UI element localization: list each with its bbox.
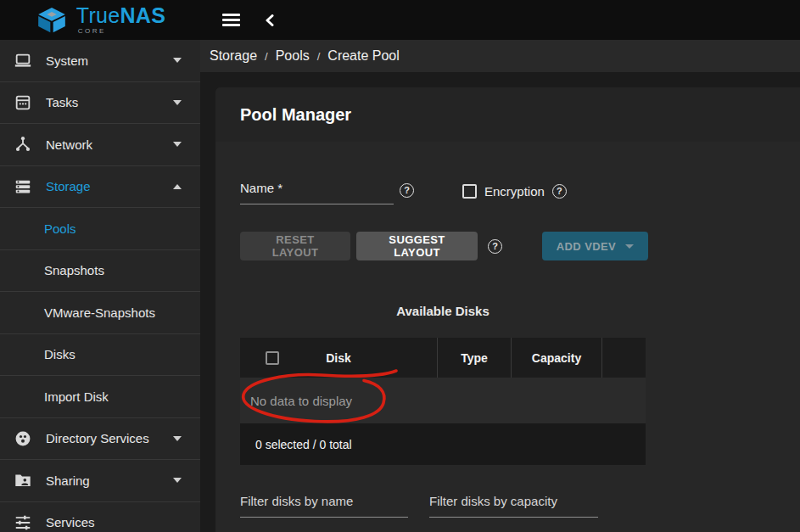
directory-services-icon [14,429,32,448]
column-header-label: Disk [326,351,351,365]
breadcrumb-separator: / [265,50,268,63]
table-header-row: Disk Type Capacity [240,338,646,378]
storage-stack-icon [14,177,32,196]
help-circle-icon[interactable] [552,184,567,199]
sidebar-item-label: Sharing [46,473,90,488]
chevron-left-icon[interactable] [262,13,277,28]
table-footer: 0 selected / 0 total [240,423,646,465]
table-header-type: Type [437,338,511,378]
sidebar-item-directory-services[interactable]: Directory Services [0,418,200,461]
sidebar-item-network[interactable]: Network [0,124,200,166]
sidebar-item-tasks[interactable]: Tasks [0,82,200,125]
chevron-down-icon [173,100,182,105]
table-header-capacity: Capacity [511,338,601,378]
sidebar-item-label: Network [46,137,92,152]
brand-bold: NAS [120,3,166,27]
laptop-icon [14,51,32,70]
breadcrumb-separator: / [317,50,321,63]
breadcrumb: Storage / Pools / Create Pool [200,40,800,72]
page: Pool Manager Encryption RESET LAYOUT [200,87,800,532]
filter-disks-by-name-input[interactable] [240,494,408,518]
sidebar-subitem-label: Disks [44,347,76,361]
encryption-checkbox[interactable] [462,184,477,199]
chevron-down-icon [173,478,182,483]
available-disks-title: Available Disks [240,304,646,318]
sidebar-item-storage[interactable]: Storage [0,166,200,209]
pool-manager-card: Pool Manager Encryption RESET LAYOUT [215,87,800,532]
suggest-layout-button[interactable]: SUGGEST LAYOUT [356,232,478,260]
sidebar-item-import-disk[interactable]: Import Disk [0,376,200,418]
sidebar-item-pools[interactable]: Pools [0,208,200,250]
selection-count: 0 selected / 0 total [255,438,352,451]
topbar-toolbar [200,0,277,40]
sidebar-item-sharing[interactable]: Sharing [0,460,200,502]
table-header-actions [601,338,646,378]
truenas-logo[interactable]: TrueNAS CORE [0,0,200,40]
topbar: TrueNAS CORE [0,0,800,40]
add-vdev-button[interactable]: ADD VDEV [542,232,648,260]
sidebar-item-services[interactable]: Services [0,502,200,532]
sidebar-item-snapshots[interactable]: Snapshots [0,250,200,293]
help-circle-icon[interactable] [488,239,502,254]
sidebar-item-system[interactable]: System [0,40,200,82]
sidebar-subitem-label: Snapshots [44,263,104,277]
table-empty-row: No data to display [240,378,646,423]
column-header-label: Type [461,351,488,365]
card-body: Encryption RESET LAYOUT SUGGEST LAYOUT A… [215,142,800,532]
tune-sliders-icon [14,513,32,532]
sidebar-subitem-label: Pools [44,221,76,236]
breadcrumb-storage[interactable]: Storage [210,48,257,64]
sidebar-subitem-label: Import Disk [44,389,109,404]
column-header-label: Capacity [532,351,581,365]
hamburger-menu-icon[interactable] [222,14,240,26]
page-title: Pool Manager [240,105,351,125]
card-header: Pool Manager [215,87,800,142]
sidebar-subitem-label: VMware-Snapshots [44,305,155,320]
sidebar-item-label: Tasks [46,95,78,109]
truenas-logo-icon [35,6,69,35]
help-circle-icon[interactable] [400,183,414,198]
sidebar-item-label: System [46,53,88,68]
select-all-checkbox[interactable] [266,351,279,365]
reset-layout-button[interactable]: RESET LAYOUT [240,232,350,260]
pool-name-input[interactable] [240,181,394,204]
sidebar-item-vmware-snapshots[interactable]: VMware-Snapshots [0,292,200,334]
encryption-label: Encryption [484,184,545,199]
content-area: Storage / Pools / Create Pool Pool Manag… [200,40,800,532]
brand-sub: CORE [78,28,165,35]
table-header-disk: Disk [240,338,437,378]
sidebar-item-label: Directory Services [46,431,149,445]
sidebar-item-label: Services [46,515,95,529]
available-disks-table: Disk Type Capacity No data to display [240,338,646,465]
filter-disks-by-capacity-input[interactable] [429,494,598,518]
truenas-logo-text: TrueNAS CORE [76,5,165,35]
breadcrumb-pools[interactable]: Pools [276,48,310,64]
disk-filters-row [240,494,800,518]
sidebar-item-disks[interactable]: Disks [0,334,200,377]
chevron-down-icon [173,142,182,147]
calendar-icon [14,93,32,112]
sidebar-item-label: Storage [46,179,91,193]
encryption-group: Encryption [462,184,567,199]
sidebar: System Tasks Network [0,40,200,532]
chevron-down-icon [173,436,182,441]
add-vdev-label: ADD VDEV [557,240,616,253]
network-hub-icon [14,135,32,154]
pool-form-row: Encryption [240,181,800,204]
chevron-down-icon [173,58,182,63]
shared-folder-icon [14,471,32,490]
chevron-up-icon [173,184,182,189]
brand-light: True [76,3,120,27]
chevron-down-icon [625,244,634,249]
breadcrumb-current: Create Pool [327,48,400,64]
empty-state-text: No data to display [250,394,352,408]
layout-buttons-row: RESET LAYOUT SUGGEST LAYOUT ADD VDEV [240,232,800,260]
